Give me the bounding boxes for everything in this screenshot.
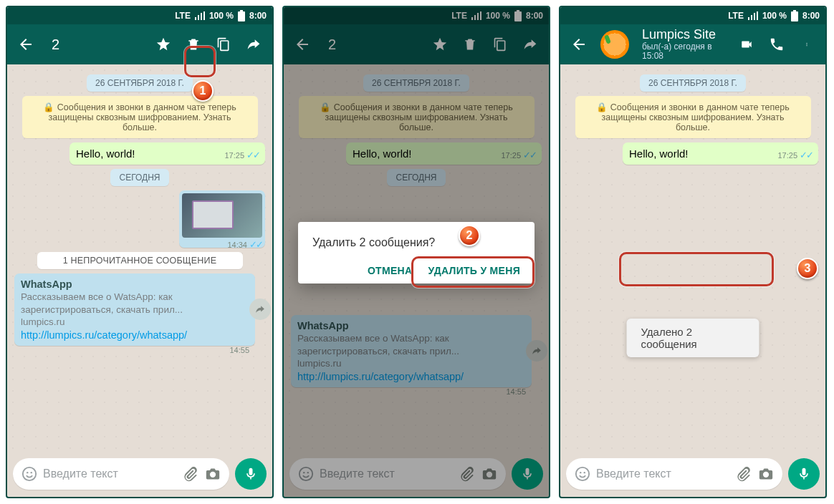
dialog-title: Удалить 2 сообщения?	[312, 236, 520, 249]
mic-button[interactable]	[788, 458, 820, 490]
camera-icon[interactable]	[205, 467, 221, 481]
double-check-icon: ✓✓	[249, 239, 262, 250]
selection-action-bar: 2	[7, 24, 272, 64]
message-input[interactable]: Введите текст	[13, 458, 229, 490]
unread-chip: 1 НЕПРОЧИТАННОЕ СООБЩЕНИЕ	[37, 252, 243, 269]
link-preview-desc: Рассказываем все о WatsApp: как зарегист…	[21, 291, 249, 316]
message-text: Hello, world!	[629, 147, 689, 160]
contact-header[interactable]: Lumpics Site был(-а) сегодня в 15:08	[642, 27, 725, 62]
emoji-icon[interactable]	[21, 466, 37, 482]
video-call-icon[interactable]	[738, 36, 755, 53]
forward-bubble-icon[interactable]	[249, 299, 271, 320]
chat-area: 26 СЕНТЯБРЯ 2018 Г. 🔒 Сообщения и звонки…	[560, 64, 825, 457]
input-placeholder: Введите текст	[43, 467, 182, 480]
input-bar: Введите текст	[7, 457, 272, 497]
status-bar: LTE 100 % 8:00	[7, 7, 272, 24]
battery-icon	[791, 10, 798, 21]
attach-icon[interactable]	[735, 466, 751, 482]
message-in-link[interactable]: WhatsApp Рассказываем все о WatsApp: как…	[14, 273, 255, 346]
phone-screen-2: LTE 100 % 8:00 2 26 СЕНТЯБРЯ 2018 Г. 🔒 С…	[282, 6, 550, 498]
delete-dialog: Удалить 2 сообщения? ОТМЕНА УДАЛИТЬ У МЕ…	[298, 222, 535, 284]
attach-icon[interactable]	[182, 466, 198, 482]
toast-deleted: Удалено 2 сообщения	[627, 319, 759, 357]
cancel-button[interactable]: ОТМЕНА	[368, 265, 412, 276]
chat-area: 26 СЕНТЯБРЯ 2018 Г. 🔒 Сообщения и звонки…	[7, 64, 272, 457]
svg-point-8	[806, 45, 807, 46]
svg-point-0	[23, 467, 36, 480]
status-time: 8:00	[249, 11, 267, 21]
back-icon[interactable]	[17, 36, 34, 53]
chat-action-bar: Lumpics Site был(-а) сегодня в 15:08	[560, 24, 825, 64]
contact-name: Lumpics Site	[642, 27, 725, 42]
phone-screen-1: LTE 100 % 8:00 2 26 СЕНТЯБРЯ 2018 Г. 🔒 С…	[6, 6, 274, 498]
message-out-hello[interactable]: Hello, world! 17:25✓✓	[623, 142, 818, 165]
mic-button[interactable]	[235, 458, 267, 490]
svg-point-2	[31, 472, 32, 473]
phone-screen-3: LTE 100 % 8:00 Lumpics Site был(-а) сего…	[559, 6, 827, 498]
emoji-icon[interactable]	[575, 466, 590, 482]
svg-point-11	[584, 472, 585, 473]
battery-icon	[238, 10, 245, 21]
signal-icon	[748, 11, 758, 20]
date-chip: 26 СЕНТЯБРЯ 2018 Г.	[640, 74, 746, 92]
battery-percent: 100 %	[209, 11, 234, 21]
double-check-icon: ✓✓	[246, 150, 259, 162]
message-out-image[interactable]: 14:34 ✓✓	[179, 190, 265, 248]
more-icon[interactable]	[798, 36, 815, 53]
camera-icon[interactable]	[758, 467, 774, 481]
voice-call-icon[interactable]	[768, 36, 785, 53]
selection-count: 2	[47, 37, 142, 53]
today-chip: СЕГОДНЯ	[110, 169, 168, 186]
link-preview-domain: lumpics.ru	[21, 316, 249, 329]
copy-icon[interactable]	[215, 36, 232, 53]
status-time: 8:00	[802, 11, 820, 21]
svg-point-9	[576, 467, 589, 480]
forward-icon[interactable]	[245, 36, 262, 53]
link-preview-title: WhatsApp	[21, 278, 249, 291]
back-icon[interactable]	[570, 36, 588, 53]
message-meta: 17:25✓✓	[224, 150, 259, 162]
svg-point-1	[27, 472, 28, 473]
input-bar: Введите текст	[560, 457, 825, 497]
svg-point-10	[580, 472, 581, 473]
message-input[interactable]: Введите текст	[566, 458, 782, 490]
message-time: 14:55	[229, 345, 249, 355]
avatar[interactable]	[600, 30, 629, 59]
contact-status: был(-а) сегодня в 15:08	[642, 42, 725, 62]
encryption-notice[interactable]: 🔒 Сообщения и звонки в данном чате тепер…	[22, 96, 258, 138]
message-out-hello[interactable]: Hello, world! 17:25✓✓	[70, 142, 265, 165]
star-icon[interactable]	[155, 36, 172, 53]
svg-point-7	[806, 44, 807, 44]
svg-point-6	[806, 43, 807, 44]
battery-percent: 100 %	[762, 11, 787, 21]
delete-icon[interactable]	[185, 36, 202, 53]
lte-indicator: LTE	[728, 11, 744, 21]
status-bar: LTE 100 % 8:00	[560, 7, 825, 24]
message-text: Hello, world!	[76, 147, 135, 160]
lte-indicator: LTE	[175, 11, 191, 21]
date-chip: 26 СЕНТЯБРЯ 2018 Г.	[87, 74, 193, 92]
image-thumbnail	[182, 193, 262, 238]
delete-for-me-button[interactable]: УДАЛИТЬ У МЕНЯ	[428, 265, 520, 276]
message-link[interactable]: http://lumpics.ru/category/whatsapp/	[21, 329, 249, 342]
input-placeholder: Введите текст	[596, 467, 735, 480]
encryption-notice[interactable]: 🔒 Сообщения и звонки в данном чате тепер…	[575, 96, 811, 138]
signal-icon	[195, 11, 205, 20]
